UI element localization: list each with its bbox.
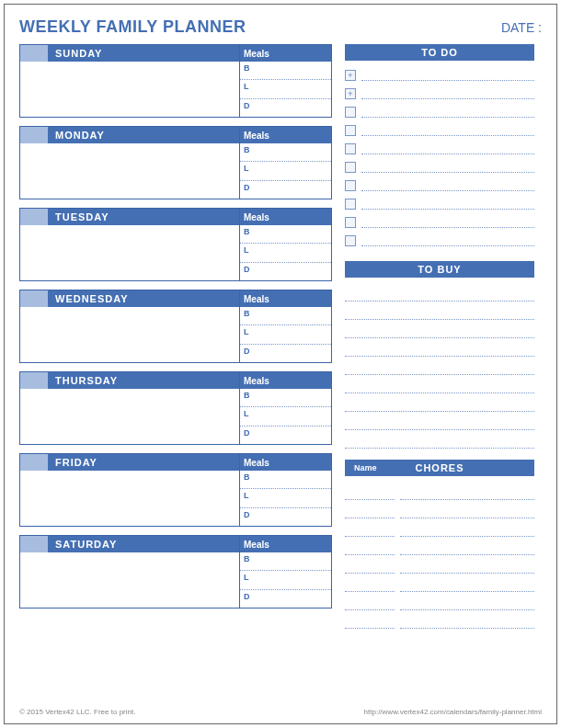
- todo-line[interactable]: [361, 143, 534, 154]
- meal-row[interactable]: B: [240, 143, 331, 162]
- page-title: WEEKLY FAMILY PLANNER: [19, 17, 246, 37]
- tobuy-line[interactable]: [345, 301, 534, 320]
- tobuy-line[interactable]: [345, 338, 534, 357]
- day-tab: [20, 454, 48, 471]
- chore-name-line[interactable]: [345, 500, 395, 518]
- todo-list: ++: [345, 66, 534, 250]
- todo-checkbox[interactable]: [345, 143, 356, 154]
- day-name: TUESDAY: [48, 209, 239, 225]
- todo-row: +: [345, 66, 534, 85]
- todo-checkbox[interactable]: [345, 199, 356, 210]
- todo-checkbox[interactable]: [345, 162, 356, 173]
- meal-row[interactable]: L: [240, 244, 331, 262]
- meal-row[interactable]: B: [240, 471, 331, 489]
- meal-row[interactable]: D: [240, 427, 331, 444]
- day-block: SATURDAYMealsBLD: [19, 535, 332, 609]
- meal-row[interactable]: B: [240, 389, 331, 407]
- todo-checkbox[interactable]: [345, 125, 356, 136]
- chore-name-line[interactable]: [345, 482, 395, 500]
- meals-header-label: Meals: [239, 372, 331, 389]
- meals-area: BLD: [239, 62, 331, 117]
- chore-name-line[interactable]: [345, 574, 395, 592]
- todo-checkbox[interactable]: [345, 180, 356, 191]
- todo-line[interactable]: [361, 235, 534, 246]
- todo-checkbox[interactable]: +: [345, 88, 356, 99]
- day-tab: [20, 372, 48, 389]
- meal-row[interactable]: D: [240, 590, 331, 608]
- todo-row: [345, 195, 534, 213]
- meal-row[interactable]: D: [240, 345, 331, 362]
- chore-row: [345, 610, 534, 629]
- chore-task-line[interactable]: [400, 482, 534, 500]
- todo-line[interactable]: [361, 180, 534, 191]
- footer: © 2015 Vertex42 LLC. Free to print. http…: [19, 708, 542, 716]
- tobuy-line[interactable]: [345, 357, 534, 375]
- planner-page: WEEKLY FAMILY PLANNER DATE : SUNDAYMeals…: [4, 4, 557, 724]
- meal-row[interactable]: D: [240, 99, 331, 117]
- day-notes-area[interactable]: [20, 307, 239, 362]
- meal-row[interactable]: B: [240, 225, 331, 244]
- tobuy-title: TO BUY: [418, 264, 461, 275]
- chore-name-line[interactable]: [345, 518, 395, 537]
- day-notes-area[interactable]: [20, 471, 239, 526]
- meal-row[interactable]: L: [240, 407, 331, 426]
- meals-area: BLD: [239, 389, 331, 444]
- todo-checkbox[interactable]: +: [345, 70, 356, 81]
- meal-row[interactable]: B: [240, 62, 331, 80]
- tobuy-header: TO BUY: [345, 261, 534, 278]
- chore-task-line[interactable]: [400, 610, 534, 629]
- day-notes-area[interactable]: [20, 552, 239, 608]
- chores-title: CHORES: [415, 462, 464, 473]
- chore-task-line[interactable]: [400, 537, 534, 555]
- meal-row[interactable]: L: [240, 80, 331, 98]
- meals-header-label: Meals: [239, 290, 331, 307]
- todo-row: [345, 121, 534, 140]
- meal-row[interactable]: B: [240, 307, 331, 325]
- todo-line[interactable]: [361, 125, 534, 136]
- meals-area: BLD: [239, 471, 331, 526]
- tobuy-line[interactable]: [345, 375, 534, 393]
- todo-line[interactable]: [361, 107, 534, 118]
- todo-row: [345, 140, 534, 158]
- todo-checkbox[interactable]: [345, 107, 356, 118]
- chore-name-line[interactable]: [345, 555, 395, 574]
- tobuy-line[interactable]: [345, 283, 534, 301]
- chore-task-line[interactable]: [400, 555, 534, 574]
- meal-row[interactable]: D: [240, 263, 331, 280]
- tobuy-line[interactable]: [345, 393, 534, 412]
- todo-line[interactable]: [361, 199, 534, 210]
- chore-name-line[interactable]: [345, 610, 395, 629]
- chore-task-line[interactable]: [400, 592, 534, 610]
- meal-row[interactable]: L: [240, 325, 331, 344]
- todo-line[interactable]: [361, 217, 534, 228]
- meal-row[interactable]: L: [240, 162, 331, 180]
- todo-row: [345, 158, 534, 176]
- day-notes-area[interactable]: [20, 143, 239, 199]
- day-tab: [20, 209, 48, 225]
- day-name: MONDAY: [48, 127, 239, 143]
- tobuy-line[interactable]: [345, 412, 534, 430]
- tobuy-line[interactable]: [345, 430, 534, 449]
- chore-name-line[interactable]: [345, 592, 395, 610]
- meal-row[interactable]: B: [240, 552, 331, 571]
- meals-area: BLD: [239, 552, 331, 608]
- todo-checkbox[interactable]: [345, 235, 356, 246]
- meal-row[interactable]: L: [240, 489, 331, 507]
- day-body: BLD: [20, 62, 331, 117]
- meal-row[interactable]: L: [240, 571, 331, 589]
- todo-checkbox[interactable]: [345, 217, 356, 228]
- todo-line[interactable]: [361, 70, 534, 81]
- day-notes-area[interactable]: [20, 62, 239, 117]
- meal-row[interactable]: D: [240, 508, 331, 526]
- date-label: DATE :: [501, 20, 542, 35]
- chore-name-line[interactable]: [345, 537, 395, 555]
- day-notes-area[interactable]: [20, 225, 239, 280]
- day-notes-area[interactable]: [20, 389, 239, 444]
- tobuy-line[interactable]: [345, 320, 534, 338]
- meal-row[interactable]: D: [240, 181, 331, 199]
- todo-line[interactable]: [361, 162, 534, 173]
- chore-task-line[interactable]: [400, 574, 534, 592]
- chore-task-line[interactable]: [400, 518, 534, 537]
- chore-task-line[interactable]: [400, 500, 534, 518]
- todo-line[interactable]: [361, 88, 534, 99]
